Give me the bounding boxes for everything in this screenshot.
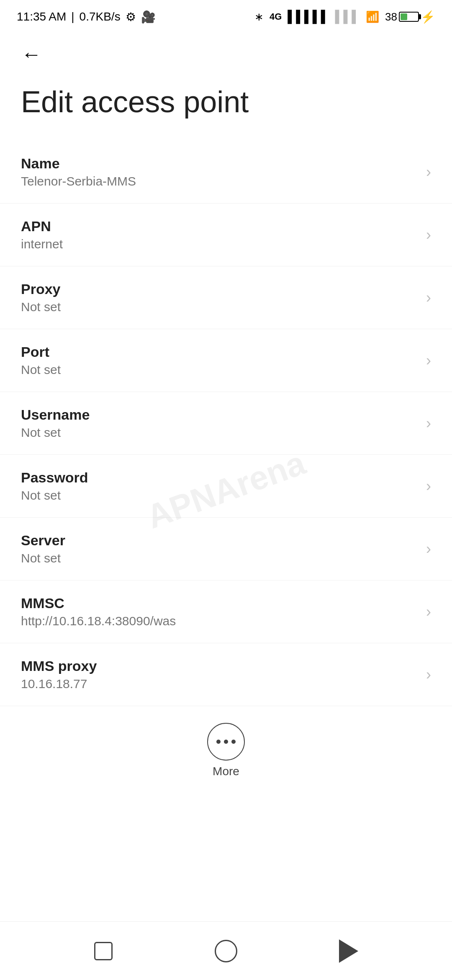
- toolbar: ←: [0, 34, 452, 75]
- nav-home-icon: [215, 940, 237, 962]
- nav-bar: [0, 921, 452, 980]
- status-bar: 11:35 AM | 0.7KB/s ⚙ 🎥 ∗ 4G ▌▌▌▌▌ ▌▌▌ 📶 …: [0, 0, 452, 34]
- dot-3: [231, 740, 236, 744]
- chevron-icon-proxy: ›: [426, 289, 431, 307]
- item-label-server: Server: [21, 532, 418, 549]
- more-dots: [216, 740, 236, 744]
- chevron-icon-name: ›: [426, 163, 431, 181]
- dot-1: [216, 740, 221, 744]
- chevron-icon-server: ›: [426, 540, 431, 558]
- item-content-username: Username Not set: [21, 407, 418, 440]
- item-content-server: Server Not set: [21, 532, 418, 565]
- settings-item-proxy[interactable]: Proxy Not set ›: [0, 266, 452, 329]
- status-left: 11:35 AM | 0.7KB/s ⚙ 🎥: [17, 10, 156, 24]
- chevron-icon-mms-proxy: ›: [426, 666, 431, 683]
- item-content-port: Port Not set: [21, 344, 418, 377]
- back-button[interactable]: ←: [17, 40, 46, 69]
- settings-icon: ⚙: [126, 10, 136, 24]
- chevron-icon-port: ›: [426, 352, 431, 369]
- item-value-password: Not set: [21, 488, 418, 503]
- settings-item-port[interactable]: Port Not set ›: [0, 329, 452, 392]
- item-label-mmsc: MMSC: [21, 595, 418, 611]
- settings-item-name[interactable]: Name Telenor-Serbia-MMS ›: [0, 141, 452, 204]
- nav-back-icon: [339, 939, 358, 963]
- item-value-username: Not set: [21, 426, 418, 440]
- item-label-username: Username: [21, 407, 418, 423]
- item-content-name: Name Telenor-Serbia-MMS: [21, 155, 418, 188]
- item-value-mmsc: http://10.16.18.4:38090/was: [21, 614, 418, 628]
- item-value-name: Telenor-Serbia-MMS: [21, 174, 418, 188]
- battery-indicator: 38 ⚡: [385, 10, 435, 24]
- chevron-icon-apn: ›: [426, 226, 431, 244]
- time-display: 11:35 AM: [17, 10, 66, 23]
- chevron-icon-username: ›: [426, 415, 431, 432]
- settings-item-password[interactable]: Password Not set ›: [0, 455, 452, 518]
- speed-display: 0.7KB/s: [80, 10, 121, 23]
- nav-back-button[interactable]: [332, 934, 365, 968]
- settings-item-mmsc[interactable]: MMSC http://10.16.18.4:38090/was ›: [0, 580, 452, 643]
- item-content-password: Password Not set: [21, 469, 418, 503]
- back-arrow-icon: ←: [21, 44, 41, 64]
- settings-item-server[interactable]: Server Not set ›: [0, 518, 452, 580]
- dot-2: [224, 740, 228, 744]
- more-button[interactable]: More: [207, 723, 245, 778]
- signal-icon: ▌▌▌▌▌: [288, 10, 329, 23]
- chevron-icon-mmsc: ›: [426, 603, 431, 621]
- status-right: ∗ 4G ▌▌▌▌▌ ▌▌▌ 📶 38 ⚡: [254, 10, 435, 24]
- page-title: Edit access point: [21, 84, 431, 120]
- network-4g-icon: 4G: [270, 11, 282, 22]
- item-label-proxy: Proxy: [21, 281, 418, 297]
- settings-item-username[interactable]: Username Not set ›: [0, 392, 452, 455]
- battery-box: [399, 12, 419, 22]
- settings-item-apn[interactable]: APN internet ›: [0, 204, 452, 266]
- item-value-port: Not set: [21, 363, 418, 377]
- item-label-password: Password: [21, 469, 418, 486]
- chevron-icon-password: ›: [426, 477, 431, 495]
- more-section: More: [0, 706, 452, 791]
- settings-item-mms-proxy[interactable]: MMS proxy 10.16.18.77 ›: [0, 643, 452, 706]
- camera-icon: 🎥: [141, 10, 156, 24]
- more-circle: [207, 723, 245, 761]
- more-label: More: [213, 765, 239, 778]
- page-title-section: Edit access point: [0, 75, 452, 141]
- item-label-mms-proxy: MMS proxy: [21, 658, 418, 674]
- item-value-apn: internet: [21, 237, 418, 251]
- battery-percent: 38: [385, 10, 397, 23]
- item-value-mms-proxy: 10.16.18.77: [21, 677, 418, 691]
- item-label-port: Port: [21, 344, 418, 360]
- item-content-apn: APN internet: [21, 218, 418, 251]
- wifi-icon: 📶: [366, 10, 379, 23]
- nav-recents-icon: [94, 942, 113, 960]
- item-value-proxy: Not set: [21, 300, 418, 314]
- item-label-name: Name: [21, 155, 418, 172]
- separator: |: [71, 10, 74, 23]
- item-content-mmsc: MMSC http://10.16.18.4:38090/was: [21, 595, 418, 628]
- bluetooth-icon: ∗: [254, 10, 264, 23]
- charging-icon: ⚡: [421, 10, 435, 24]
- nav-recents-button[interactable]: [87, 934, 120, 968]
- item-content-proxy: Proxy Not set: [21, 281, 418, 314]
- item-value-server: Not set: [21, 551, 418, 565]
- settings-list: Name Telenor-Serbia-MMS › APN internet ›…: [0, 141, 452, 706]
- item-label-apn: APN: [21, 218, 418, 235]
- signal2-icon: ▌▌▌: [335, 10, 360, 23]
- battery-fill: [401, 13, 407, 20]
- item-content-mms-proxy: MMS proxy 10.16.18.77: [21, 658, 418, 691]
- nav-home-button[interactable]: [209, 934, 243, 968]
